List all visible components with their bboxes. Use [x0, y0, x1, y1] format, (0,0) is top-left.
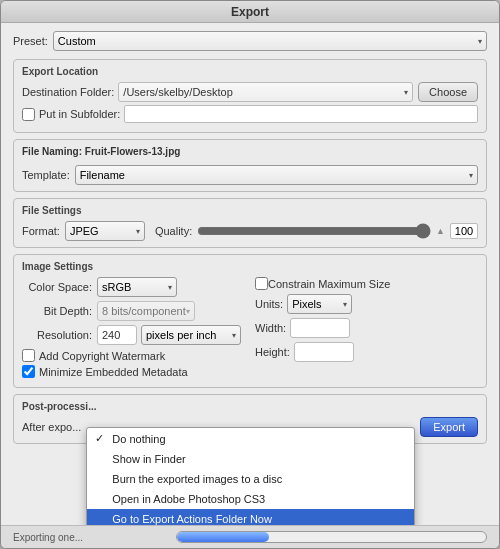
after-export-label: After expo... [22, 421, 81, 433]
format-select[interactable]: JPEG ▾ [65, 221, 145, 241]
choose-button[interactable]: Choose [418, 82, 478, 102]
dropdown-item-show-finder[interactable]: Show in Finder [87, 449, 414, 469]
post-processing-label: Post-processi... [22, 401, 478, 412]
watermark-checkbox[interactable] [22, 349, 35, 362]
dropdown-item-open-photoshop[interactable]: Open in Adobe Photoshop CS3 [87, 489, 414, 509]
dropdown-item-burn-disc[interactable]: Burn the exported images to a disc [87, 469, 414, 489]
file-settings-section: File Settings Format: JPEG ▾ Quality: ▲ … [13, 198, 487, 248]
height-row: Height: [255, 342, 478, 362]
minimize-metadata-checkbox[interactable] [22, 365, 35, 378]
image-settings-content: Color Space: sRGB ▾ Bit Depth: 8 bits/co… [22, 277, 478, 381]
preset-label: Preset: [13, 35, 48, 47]
height-label: Height: [255, 346, 290, 358]
bit-depth-arrow-icon: ▾ [186, 307, 190, 316]
file-naming-section: File Naming: Fruit-Flowers-13.jpg Templa… [13, 139, 487, 192]
color-space-row: Color Space: sRGB ▾ [22, 277, 245, 297]
quality-label: Quality: [155, 225, 192, 237]
dest-path-value: /Users/skelby/Desktop [123, 86, 232, 98]
format-arrow-icon: ▾ [136, 227, 140, 236]
template-row: Template: Filename ▾ [22, 165, 478, 185]
dropdown-item-do-nothing[interactable]: ✓ Do nothing [87, 428, 414, 449]
quality-value: 100 [450, 223, 478, 239]
dropdown-label-do-nothing: Do nothing [112, 433, 165, 445]
dropdown-label-burn-disc: Burn the exported images to a disc [112, 473, 282, 485]
template-select[interactable]: Filename ▾ [75, 165, 478, 185]
bit-depth-select: 8 bits/component ▾ [97, 301, 195, 321]
color-space-select[interactable]: sRGB ▾ [97, 277, 177, 297]
resolution-input[interactable] [97, 325, 137, 345]
preset-value: Custom [58, 35, 96, 47]
width-label: Width: [255, 322, 286, 334]
check-icon-show-finder [95, 453, 107, 465]
template-label: Template: [22, 169, 70, 181]
subfolder-checkbox[interactable] [22, 108, 35, 121]
preset-row: Preset: Custom ▾ [13, 31, 487, 51]
width-input[interactable] [290, 318, 350, 338]
color-space-arrow-icon: ▾ [168, 283, 172, 292]
post-processing-section: Post-processi... After expo... ✓ Do noth… [13, 394, 487, 444]
check-icon-open-photoshop [95, 493, 107, 505]
export-location-label: Export Location [22, 66, 478, 77]
metadata-row: Minimize Embedded Metadata [22, 365, 245, 378]
constrain-checkbox[interactable] [255, 277, 268, 290]
resolution-unit-arrow-icon: ▾ [232, 331, 236, 340]
height-input[interactable] [294, 342, 354, 362]
bit-depth-value: 8 bits/component [102, 305, 186, 317]
file-settings-label: File Settings [22, 205, 478, 216]
subfolder-input[interactable] [124, 105, 478, 123]
export-window: Export Preset: Custom ▾ Export Location … [0, 0, 500, 549]
format-row: Format: JPEG ▾ [22, 221, 145, 241]
bit-depth-label: Bit Depth: [22, 305, 92, 317]
constrain-row: Constrain Maximum Size [255, 277, 478, 290]
watermark-label: Add Copyright Watermark [39, 350, 165, 362]
units-row: Units: Pixels ▾ [255, 294, 478, 314]
format-value: JPEG [70, 225, 99, 237]
titlebar: Export [1, 1, 499, 23]
subfolder-row: Put in Subfolder: [22, 105, 478, 123]
window-title: Export [231, 5, 269, 19]
file-naming-label: File Naming: Fruit-Flowers-13.jpg [22, 146, 180, 157]
main-content: Preset: Custom ▾ Export Location Destina… [1, 23, 499, 525]
exporting-bar: Exporting one... [1, 525, 499, 548]
resolution-label: Resolution: [22, 329, 92, 341]
progress-bar [176, 531, 487, 543]
quality-slider[interactable] [197, 225, 431, 237]
template-arrow-icon: ▾ [469, 171, 473, 180]
units-arrow-icon: ▾ [343, 300, 347, 309]
file-naming-title-row: File Naming: Fruit-Flowers-13.jpg [22, 146, 478, 162]
dropdown-item-go-to-actions[interactable]: Go to Export Actions Folder Now [87, 509, 414, 525]
file-settings-row: Format: JPEG ▾ Quality: ▲ 100 [22, 221, 478, 241]
after-export-row: After expo... ✓ Do nothing Show in Finde… [22, 417, 478, 437]
color-space-value: sRGB [102, 281, 131, 293]
minimize-metadata-label: Minimize Embedded Metadata [39, 366, 188, 378]
watermark-row: Add Copyright Watermark [22, 349, 245, 362]
resolution-unit-value: pixels per inch [146, 329, 216, 341]
dest-folder-row: Destination Folder: /Users/skelby/Deskto… [22, 82, 478, 102]
resolution-row: Resolution: pixels per inch ▾ [22, 325, 245, 345]
units-value: Pixels [292, 298, 321, 310]
dropdown-label-show-finder: Show in Finder [112, 453, 185, 465]
progress-bar-fill [177, 532, 270, 542]
preset-select[interactable]: Custom ▾ [53, 31, 487, 51]
image-settings-section: Image Settings Color Space: sRGB ▾ Bit D… [13, 254, 487, 388]
units-label: Units: [255, 298, 283, 310]
bit-depth-row: Bit Depth: 8 bits/component ▾ [22, 301, 245, 321]
after-export-dropdown-menu: ✓ Do nothing Show in Finder Burn the exp… [86, 427, 415, 525]
template-value: Filename [80, 169, 125, 181]
resolution-unit-select[interactable]: pixels per inch ▾ [141, 325, 241, 345]
export-button[interactable]: Export [420, 417, 478, 437]
units-select[interactable]: Pixels ▾ [287, 294, 352, 314]
dest-folder-label: Destination Folder: [22, 86, 114, 98]
dropdown-label-open-photoshop: Open in Adobe Photoshop CS3 [112, 493, 265, 505]
quality-warning-icon: ▲ [436, 226, 445, 236]
preset-arrow-icon: ▾ [478, 37, 482, 46]
image-settings-left: Color Space: sRGB ▾ Bit Depth: 8 bits/co… [22, 277, 245, 381]
check-icon-go-to-actions [95, 513, 107, 525]
format-label: Format: [22, 225, 60, 237]
dest-path-select[interactable]: /Users/skelby/Desktop ▾ [118, 82, 413, 102]
width-row: Width: [255, 318, 478, 338]
quality-row: Quality: ▲ 100 [155, 223, 478, 239]
subfolder-label: Put in Subfolder: [39, 108, 120, 120]
color-space-label: Color Space: [22, 281, 92, 293]
check-icon-do-nothing: ✓ [95, 432, 107, 445]
